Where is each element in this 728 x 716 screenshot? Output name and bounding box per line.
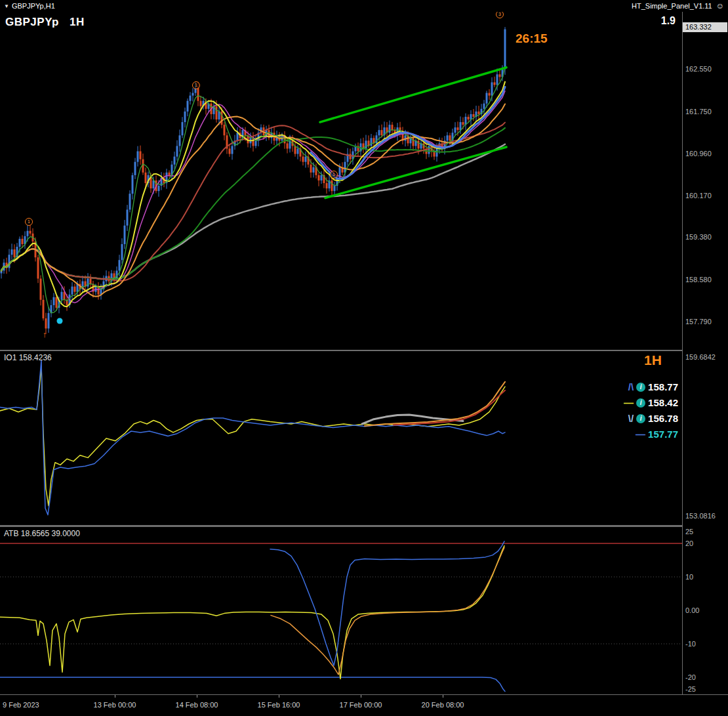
time-axis-label: 15 Feb 16:00 bbox=[258, 701, 300, 709]
axis-label: 0.00 bbox=[685, 606, 699, 614]
time-axis-label: 17 Feb 00:00 bbox=[340, 701, 382, 709]
panel-divider[interactable] bbox=[0, 350, 728, 351]
axis-label: 162.550 bbox=[685, 65, 712, 73]
time-axis[interactable]: 9 Feb 202313 Feb 00:0014 Feb 08:0015 Feb… bbox=[0, 695, 728, 716]
axis-label: 159.380 bbox=[685, 233, 712, 241]
axis-label: 159.6842 bbox=[685, 353, 716, 361]
time-axis-label: 9 Feb 2023 bbox=[3, 701, 39, 709]
legend-line-symbol: — bbox=[624, 397, 634, 408]
info-icon[interactable]: i bbox=[636, 414, 645, 423]
axis-label: -20 bbox=[685, 673, 696, 681]
chart-title-bar: ▼ GBPJPYp,H1 HT_Simple_Panel_V1.11 ☺ bbox=[0, 0, 728, 12]
candle-countdown: 26:15 bbox=[516, 32, 548, 46]
axis-label: 20 bbox=[685, 539, 693, 547]
price-axis[interactable]: 162.550161.750160.960160.170159.380158.5… bbox=[682, 0, 728, 694]
circle-marker: 1 bbox=[25, 218, 33, 226]
axis-label: -10 bbox=[685, 640, 696, 648]
atb-indicator-panel[interactable]: ATB 18.6565 39.0000 bbox=[0, 527, 682, 694]
axis-label: 10 bbox=[685, 573, 693, 581]
io1-indicator-panel[interactable]: IO1 158.4236 1H /\i158.77—i158.42\/i156.… bbox=[0, 351, 682, 525]
legend-row: —i158.42 bbox=[624, 396, 678, 410]
chart-symbol-label: GBPJPYp1H bbox=[5, 16, 85, 29]
io1-label: IO1 158.4236 bbox=[4, 353, 52, 362]
atb-lines-chart bbox=[0, 527, 682, 694]
panel-divider[interactable] bbox=[0, 525, 728, 527]
axis-label: -25 bbox=[685, 685, 696, 693]
main-chart-panel[interactable]: 1113↑ GBPJPYp1H 1.9 26:15 bbox=[0, 12, 682, 350]
legend-line-symbol: \/ bbox=[628, 413, 634, 424]
time-axis-tick bbox=[361, 695, 361, 698]
legend-row: /\i158.77 bbox=[628, 380, 678, 394]
legend-row: \/i156.78 bbox=[628, 411, 678, 425]
io1-lines-chart bbox=[0, 351, 682, 525]
io1-timeframe-badge: 1H bbox=[644, 352, 662, 368]
time-axis-label: 14 Feb 08:00 bbox=[176, 701, 218, 709]
time-axis-tick bbox=[115, 695, 115, 698]
symbol-text: GBPJPYp bbox=[5, 16, 59, 28]
arrow-up-marker: ↑ bbox=[43, 329, 47, 339]
legend-value: 156.78 bbox=[648, 413, 678, 424]
time-axis-label: 20 Feb 08:00 bbox=[422, 701, 464, 709]
candlestick-chart bbox=[0, 12, 682, 350]
smiley-icon[interactable]: ☺ bbox=[716, 1, 724, 11]
axis-separator-line bbox=[682, 12, 683, 694]
current-price-tag: 163.332 bbox=[683, 22, 727, 32]
dropdown-arrow-icon: ▼ bbox=[4, 3, 9, 9]
legend-value: 157.77 bbox=[648, 429, 678, 440]
axis-label: 153.0816 bbox=[685, 512, 716, 520]
info-icon[interactable]: i bbox=[636, 398, 645, 408]
panel-title: HT_Simple_Panel_V1.11 bbox=[632, 2, 712, 10]
legend-value: 158.42 bbox=[648, 397, 678, 408]
spread-value: 1.9 bbox=[661, 15, 676, 27]
legend-line-symbol: /\ bbox=[628, 381, 634, 392]
axis-label: 158.580 bbox=[685, 276, 712, 284]
axis-label: 160.960 bbox=[685, 150, 712, 158]
time-axis-label: 13 Feb 00:00 bbox=[94, 701, 136, 709]
axis-label: 161.750 bbox=[685, 108, 712, 116]
circle-marker: 1 bbox=[330, 171, 338, 179]
axis-label: 160.170 bbox=[685, 192, 712, 200]
panel-title-area: HT_Simple_Panel_V1.11 ☺ bbox=[632, 1, 724, 11]
legend-value: 158.77 bbox=[648, 381, 678, 392]
io1-legend: /\i158.77—i158.42\/i156.78—157.77 bbox=[624, 380, 678, 441]
mt4-chart-window: ▼ GBPJPYp,H1 HT_Simple_Panel_V1.11 ☺ 111… bbox=[0, 0, 728, 716]
timeframe-text: 1H bbox=[70, 16, 85, 28]
axis-label: 157.790 bbox=[685, 318, 712, 326]
time-axis-tick bbox=[443, 695, 443, 698]
legend-line-symbol: — bbox=[636, 429, 645, 440]
legend-row: —157.77 bbox=[636, 427, 678, 441]
atb-label: ATB 18.6565 39.0000 bbox=[4, 529, 80, 538]
time-axis-tick bbox=[279, 695, 279, 698]
symbol-period-label: GBPJPYp,H1 bbox=[12, 2, 55, 10]
dot-marker bbox=[57, 318, 63, 324]
time-axis-tick bbox=[197, 695, 197, 698]
symbol-dropdown[interactable]: ▼ GBPJPYp,H1 bbox=[4, 2, 55, 10]
info-icon[interactable]: i bbox=[636, 383, 645, 392]
circle-marker: 1 bbox=[192, 81, 200, 89]
axis-label: 25 bbox=[685, 528, 693, 536]
